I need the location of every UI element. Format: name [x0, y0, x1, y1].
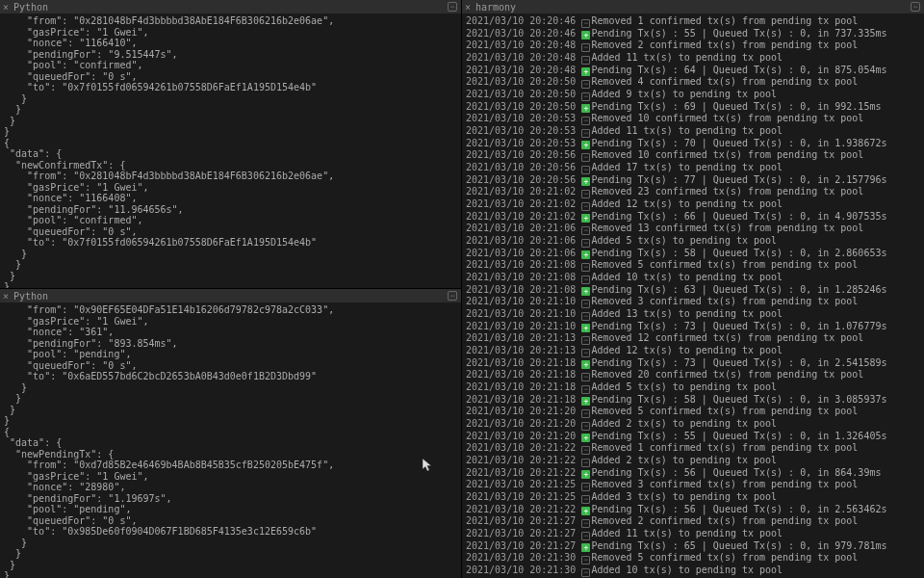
log-line: 2021/03/10 20:21:02 –Removed 23 confirme…: [466, 186, 920, 198]
plus-icon: +: [581, 67, 590, 76]
plus-icon: +: [581, 507, 590, 515]
minus-icon: –: [581, 80, 590, 89]
terminal-output-left-bottom[interactable]: "from": "0x90EF65E04DFa51E14b16206d79782…: [0, 302, 461, 578]
log-line: 2021/03/10 20:21:10 –Added 13 tx(s) to p…: [466, 308, 920, 321]
tabbar-right[interactable]: × harmony –: [462, 0, 924, 13]
minus-icon: –: [581, 446, 590, 455]
close-icon[interactable]: ×: [0, 2, 12, 13]
log-line: 2021/03/10 20:21:08 +Pending Tx(s) : 63 …: [466, 284, 920, 296]
log-line: 2021/03/10 20:21:18 –Removed 20 confirme…: [466, 369, 920, 381]
plus-icon: +: [581, 360, 590, 369]
minus-icon: –: [581, 385, 590, 394]
minus-icon: –: [581, 300, 590, 308]
log-line: 2021/03/10 20:20:56 –Added 17 tx(s) to p…: [466, 162, 920, 174]
plus-icon: +: [581, 543, 590, 552]
tab-title: harmony: [474, 2, 516, 13]
minus-icon: –: [581, 166, 590, 174]
plus-icon: +: [581, 324, 590, 332]
plus-icon: +: [581, 250, 590, 259]
log-line: 2021/03/10 20:21:18 –Added 5 tx(s) to pe…: [466, 381, 920, 394]
minus-icon: –: [581, 202, 590, 211]
minus-icon: –: [581, 459, 590, 467]
minus-icon: –: [581, 226, 590, 235]
plus-icon: +: [581, 287, 590, 296]
minus-icon: –: [581, 568, 590, 577]
log-line: 2021/03/10 20:21:06 –Removed 13 confirme…: [466, 223, 920, 235]
log-line: 2021/03/10 20:21:18 +Pending Tx(s) : 58 …: [466, 394, 920, 406]
close-icon[interactable]: ×: [462, 2, 474, 13]
minus-icon: –: [581, 519, 590, 528]
log-line: 2021/03/10 20:21:30 –Removed 5 confirmed…: [466, 552, 920, 565]
pane-right: × harmony – 2021/03/10 20:20:46 –Removed…: [462, 0, 924, 578]
log-line: 2021/03/10 20:21:18 +Pending Tx(s) : 73 …: [466, 357, 920, 369]
plus-icon: +: [581, 177, 590, 186]
tabbar-left-bottom[interactable]: × Python –: [0, 289, 461, 302]
log-line: 2021/03/10 20:21:25 –Removed 3 confirmed…: [466, 479, 920, 491]
log-line: 2021/03/10 20:21:22 +Pending Tx(s) : 56 …: [466, 467, 920, 479]
log-line: 2021/03/10 20:20:48 –Added 11 tx(s) to p…: [466, 52, 920, 65]
minus-icon: –: [581, 422, 590, 431]
log-line: 2021/03/10 20:21:10 +Pending Tx(s) : 73 …: [466, 321, 920, 332]
tabbar-left-top[interactable]: × Python –: [0, 0, 461, 13]
log-line: 2021/03/10 20:20:53 –Removed 10 confirme…: [466, 113, 920, 125]
terminal-output-right[interactable]: 2021/03/10 20:20:46 –Removed 1 confirmed…: [462, 13, 924, 578]
tab-title: Python: [12, 291, 48, 302]
close-icon[interactable]: ×: [0, 291, 12, 302]
minus-icon: –: [581, 263, 590, 272]
minus-icon: –: [581, 336, 590, 345]
pane-left-top: × Python – "from": "0x281048bF4d3bbbbd38…: [0, 0, 461, 289]
log-line: 2021/03/10 20:20:56 +Pending Tx(s) : 77 …: [466, 174, 920, 186]
minus-icon: –: [581, 129, 590, 138]
log-line: 2021/03/10 20:20:46 –Removed 1 confirmed…: [466, 15, 920, 28]
log-line: 2021/03/10 20:20:50 –Added 9 tx(s) to pe…: [466, 89, 920, 101]
minus-icon: –: [581, 43, 590, 52]
log-line: 2021/03/10 20:21:30 –Added 10 tx(s) to p…: [466, 565, 920, 577]
log-line: 2021/03/10 20:21:20 –Removed 5 confirmed…: [466, 406, 920, 418]
log-line: 2021/03/10 20:20:53 +Pending Tx(s) : 70 …: [466, 138, 920, 149]
log-line: 2021/03/10 20:21:20 +Pending Tx(s) : 55 …: [466, 431, 920, 442]
log-line: 2021/03/10 20:21:22 +Pending Tx(s) : 56 …: [466, 504, 920, 515]
minimize-icon[interactable]: –: [911, 2, 920, 12]
log-line: 2021/03/10 20:21:27 –Added 11 tx(s) to p…: [466, 528, 920, 540]
minus-icon: –: [581, 153, 590, 162]
plus-icon: +: [581, 214, 590, 223]
log-line: 2021/03/10 20:21:25 –Added 3 tx(s) to pe…: [466, 491, 920, 504]
log-line: 2021/03/10 20:20:53 –Added 11 tx(s) to p…: [466, 125, 920, 138]
plus-icon: +: [581, 470, 590, 479]
log-line: 2021/03/10 20:21:10 –Removed 3 confirmed…: [466, 296, 920, 308]
minus-icon: –: [581, 56, 590, 65]
log-line: 2021/03/10 20:21:08 –Removed 5 confirmed…: [466, 259, 920, 272]
minus-icon: –: [581, 556, 590, 565]
minus-icon: –: [581, 276, 590, 284]
minus-icon: –: [581, 409, 590, 418]
plus-icon: +: [581, 104, 590, 113]
plus-icon: +: [581, 434, 590, 442]
minus-icon: –: [581, 117, 590, 125]
log-line: 2021/03/10 20:21:20 –Added 2 tx(s) to pe…: [466, 418, 920, 431]
minimize-icon[interactable]: –: [448, 291, 457, 301]
log-line: 2021/03/10 20:21:13 –Added 12 tx(s) to p…: [466, 345, 920, 357]
log-line: 2021/03/10 20:20:56 –Removed 10 confirme…: [466, 149, 920, 162]
minus-icon: –: [581, 190, 590, 198]
minus-icon: –: [581, 532, 590, 540]
plus-icon: +: [581, 31, 590, 39]
minus-icon: –: [581, 92, 590, 101]
log-line: 2021/03/10 20:21:06 +Pending Tx(s) : 58 …: [466, 248, 920, 259]
log-line: 2021/03/10 20:20:50 –Removed 4 confirmed…: [466, 76, 920, 89]
minus-icon: –: [581, 239, 590, 248]
log-line: 2021/03/10 20:21:08 –Added 10 tx(s) to p…: [466, 272, 920, 284]
log-line: 2021/03/10 20:21:27 +Pending Tx(s) : 65 …: [466, 540, 920, 552]
log-line: 2021/03/10 20:21:22 –Removed 1 confirmed…: [466, 442, 920, 455]
log-line: 2021/03/10 20:21:02 –Added 12 tx(s) to p…: [466, 198, 920, 211]
log-line: 2021/03/10 20:21:13 –Removed 12 confirme…: [466, 332, 920, 345]
pane-left-bottom: × Python – "from": "0x90EF65E04DFa51E14b…: [0, 289, 461, 578]
minus-icon: –: [581, 483, 590, 491]
log-line: 2021/03/10 20:21:22 –Added 2 tx(s) to pe…: [466, 455, 920, 467]
log-line: 2021/03/10 20:20:48 –Removed 2 confirmed…: [466, 39, 920, 52]
log-line: 2021/03/10 20:20:48 +Pending Tx(s) : 64 …: [466, 65, 920, 76]
minus-icon: –: [581, 373, 590, 381]
minus-icon: –: [581, 312, 590, 321]
minimize-icon[interactable]: –: [448, 2, 457, 12]
minus-icon: –: [581, 19, 590, 28]
terminal-output-left-top[interactable]: "from": "0x281048bF4d3bbbbd38AbE184F6B30…: [0, 13, 461, 288]
